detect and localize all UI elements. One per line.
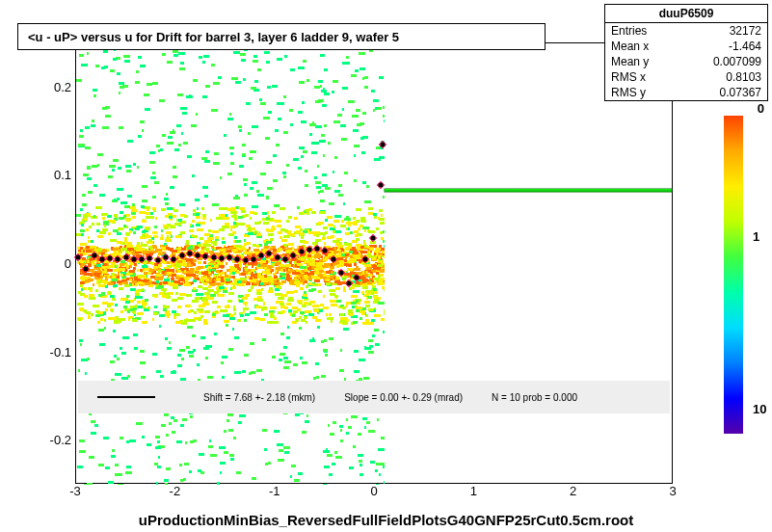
profile-point xyxy=(99,257,104,262)
heatmap xyxy=(76,43,385,485)
stats-label: RMS y xyxy=(611,86,646,99)
profile-point xyxy=(196,253,200,257)
profile-point xyxy=(123,254,128,259)
fit-line-legend xyxy=(97,396,155,398)
profile-point xyxy=(338,271,343,276)
profile-point xyxy=(219,255,224,260)
profile-point xyxy=(291,253,296,257)
profile-point xyxy=(355,275,359,279)
stats-val: 0.07367 xyxy=(720,86,761,99)
stats-val: 32172 xyxy=(730,24,761,38)
profile-point xyxy=(131,256,136,261)
profile-point xyxy=(235,256,240,261)
profile-point xyxy=(251,256,255,261)
x-tick-label: 2 xyxy=(570,484,576,498)
profile-point xyxy=(379,182,384,187)
plot-area: Shift = 7.68 +- 2.18 (mkm) Slope = 0.00 … xyxy=(75,42,673,484)
stats-val: 0.007099 xyxy=(713,55,761,68)
chart-root: <u - uP> versus u for Drift for barrel 3… xyxy=(0,0,772,532)
colorbar-tick: 10 xyxy=(753,401,766,415)
profile-point xyxy=(147,255,152,260)
profile-point xyxy=(227,254,232,259)
profile-point xyxy=(203,253,208,258)
stats-label: Entries xyxy=(611,24,647,38)
fit-shift: Shift = 7.68 +- 2.18 (mkm) xyxy=(203,392,315,403)
profile-point xyxy=(172,256,176,261)
profile-point xyxy=(259,253,264,257)
profile-point xyxy=(108,255,113,260)
profile-point xyxy=(283,256,288,261)
profile-point xyxy=(211,254,216,259)
colorbar-gradient xyxy=(724,116,743,434)
profile-point xyxy=(84,266,89,271)
profile-point xyxy=(362,257,367,262)
profile-point xyxy=(155,258,160,263)
footer-filename: uProductionMinBias_ReversedFullFieldPlot… xyxy=(0,512,772,528)
x-tick-label: 0 xyxy=(370,484,377,498)
stats-row-rmsy: RMS y0.07367 xyxy=(605,85,767,100)
y-axis: -0.2-0.100.10.2 xyxy=(39,42,75,484)
fit-slope: Slope = 0.00 +- 0.29 (mrad) xyxy=(344,392,463,403)
y-tick-label: 0 xyxy=(65,256,71,271)
fit-n: N = 10 prob = 0.000 xyxy=(492,392,577,403)
y-tick-label: -0.1 xyxy=(50,344,71,359)
stats-label: Mean y xyxy=(611,55,649,68)
x-tick-label: 1 xyxy=(470,484,477,498)
y-tick-label: 0.1 xyxy=(54,168,71,182)
stats-row-meanx: Mean x-1.464 xyxy=(605,39,767,54)
colorbar: 1 10 xyxy=(724,116,743,434)
stats-label: Mean x xyxy=(611,40,649,53)
stats-box: duuP6509 Entries32172 Mean x-1.464 Mean … xyxy=(604,4,768,101)
stats-row-entries: Entries32172 xyxy=(605,23,767,39)
profile-point xyxy=(243,258,248,263)
profile-point xyxy=(323,249,328,253)
chart-title: <u - uP> versus u for Drift for barrel 3… xyxy=(17,23,546,50)
profile-point xyxy=(76,254,81,259)
stats-label: RMS x xyxy=(611,70,646,84)
stats-name: duuP6509 xyxy=(605,5,767,23)
x-axis: -3-2-10123 xyxy=(75,484,673,503)
profile-point xyxy=(275,254,280,259)
y-tick-label: 0.2 xyxy=(54,79,71,93)
profile-point xyxy=(140,257,145,262)
colorbar-tick: 1 xyxy=(753,229,759,244)
profile-point xyxy=(164,254,169,259)
profile-point xyxy=(92,253,96,257)
profile-point xyxy=(116,256,120,261)
x-tick-label: -1 xyxy=(269,484,280,498)
stats-val: 0.8103 xyxy=(726,70,761,84)
fit-box: Shift = 7.68 +- 2.18 (mkm) Slope = 0.00 … xyxy=(78,381,670,413)
profile-point xyxy=(267,252,272,256)
reference-line xyxy=(385,189,672,192)
stats-row-meany: Mean y0.007099 xyxy=(605,54,767,69)
x-tick-label: -3 xyxy=(69,484,81,498)
y-tick-label: -0.2 xyxy=(50,433,71,447)
colorbar-top-zero: 0 xyxy=(758,101,764,116)
stats-row-rmsx: RMS x0.8103 xyxy=(605,69,767,85)
profile-point xyxy=(306,248,311,253)
profile-point xyxy=(331,257,335,262)
profile-point xyxy=(370,235,375,240)
stats-val: -1.464 xyxy=(729,40,761,53)
profile-point xyxy=(179,253,184,257)
profile-point xyxy=(381,143,386,147)
profile-point xyxy=(315,246,320,251)
profile-point xyxy=(187,252,192,256)
x-tick-label: 3 xyxy=(669,484,676,498)
profile-point xyxy=(347,281,352,286)
profile-point xyxy=(299,250,304,254)
x-tick-label: -2 xyxy=(170,484,181,498)
